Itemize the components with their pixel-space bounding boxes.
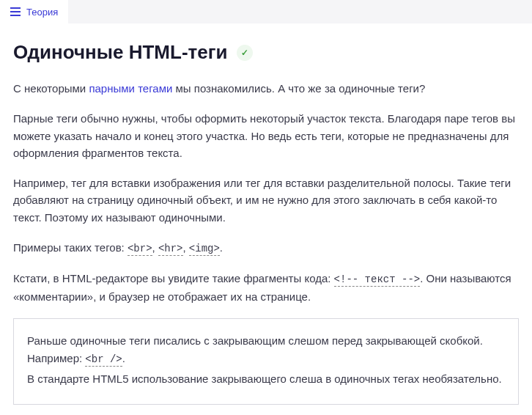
text-fragment: , [152,241,158,254]
code-br: <br> [128,243,152,256]
hamburger-icon [10,7,21,16]
paired-tags-link[interactable]: парными тегами [89,82,172,95]
page-title: Одиночные HTML-теги ✓ [13,41,253,64]
tab-theory[interactable]: Теория [0,0,68,23]
code-hr: <hr> [158,243,183,256]
text-fragment: С некоторыми [13,82,89,95]
note-line-1: Раньше одиночные теги писались с закрыва… [27,332,505,367]
topbar: Теория [0,0,532,23]
text-fragment: . [122,352,125,364]
code-br-slash: <br /> [85,353,122,367]
paragraph-comments: Кстати, в HTML-редакторе вы увидите таки… [13,270,519,305]
article-content: Одиночные HTML-теги ✓ С некоторыми парны… [0,23,532,405]
title-text: Одиночные HTML-теги [13,41,228,64]
note-box: Раньше одиночные теги писались с закрыва… [13,318,519,404]
note-line-2: В стандарте HTML5 использование закрываю… [27,370,505,387]
text-fragment: . [220,241,223,254]
code-img: <img> [189,243,220,256]
check-icon: ✓ [237,45,253,61]
text-fragment: Кстати, в HTML-редакторе вы увидите таки… [13,272,334,284]
text-fragment: мы познакомились. А что же за одиночные … [172,82,425,95]
paragraph-intro: С некоторыми парными тегами мы познакоми… [13,80,519,97]
tab-label: Теория [26,7,58,18]
text-fragment: Примеры таких тегов: [13,241,128,254]
paragraph-tag-examples: Примеры таких тегов: <br>, <hr>, <img>. [13,239,519,257]
paragraph-example: Например, тег для вставки изображения ил… [13,175,519,226]
paragraph-paired: Парные теги обычно нужны, чтобы оформить… [13,110,519,161]
code-comment: <!-- текст --> [334,273,421,287]
text-fragment: , [183,241,189,254]
